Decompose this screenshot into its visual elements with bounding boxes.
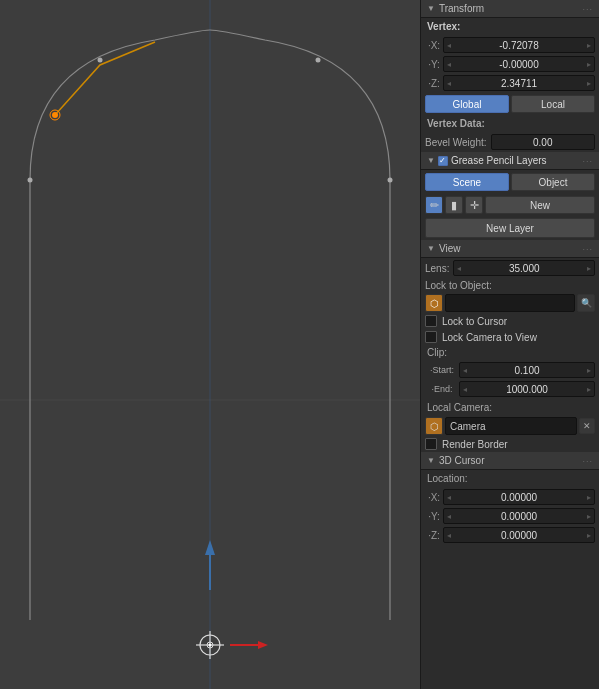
clip-label: Clip:: [421, 345, 599, 360]
cursor-3d-options: ···: [582, 456, 593, 466]
lens-right-arrow: ▸: [587, 264, 591, 273]
gp-toolbar-row: ✏ ▮ ✛ New: [421, 194, 599, 216]
cursor-z-row: ·Z: ◂ 0.00000 ▸: [425, 526, 595, 544]
bevel-label: Bevel Weight:: [425, 137, 487, 148]
lock-camera-label: Lock Camera to View: [442, 332, 537, 343]
y-value: -0.00000: [499, 59, 538, 70]
svg-point-17: [388, 178, 393, 183]
x-value-field[interactable]: ◂ -0.72078 ▸: [443, 37, 595, 53]
grease-pencil-options: ···: [582, 156, 593, 166]
render-border-label: Render Border: [442, 439, 508, 450]
cursor-3d-title: 3D Cursor: [439, 455, 485, 466]
lock-object-row: Lock to Object:: [421, 278, 599, 293]
cursor-x-value: 0.00000: [501, 492, 537, 503]
grease-pencil-checkbox[interactable]: ✓: [438, 156, 448, 166]
scene-button[interactable]: Scene: [425, 173, 509, 191]
cursor-x-right-arrow: ▸: [587, 493, 591, 502]
new-layer-button[interactable]: New Layer: [425, 218, 595, 238]
y-row: ·Y: ◂ -0.00000 ▸: [425, 55, 595, 73]
start-label: ·Start:: [425, 365, 459, 375]
grease-pencil-triangle: ▼: [427, 156, 435, 165]
start-value: 0.100: [514, 365, 539, 376]
lens-field[interactable]: ◂ 35.000 ▸: [453, 260, 595, 276]
add-icon-btn[interactable]: ✛: [465, 196, 483, 214]
scene-object-row: Scene Object: [421, 170, 599, 194]
cursor-3d-triangle: ▼: [427, 456, 435, 465]
end-value-field[interactable]: ◂ 1000.000 ▸: [459, 381, 595, 397]
y-value-field[interactable]: ◂ -0.00000 ▸: [443, 56, 595, 72]
svg-point-3: [52, 112, 58, 118]
x-axis-label: ·X:: [425, 40, 443, 51]
object-field-row: ⬡ 🔍: [425, 294, 595, 312]
cursor-z-right-arrow: ▸: [587, 531, 591, 540]
start-value-field[interactable]: ◂ 0.100 ▸: [459, 362, 595, 378]
lens-row: Lens: ◂ 35.000 ▸: [421, 258, 599, 278]
lock-camera-row[interactable]: Lock Camera to View: [421, 329, 599, 345]
browse-button[interactable]: 🔍: [577, 294, 595, 312]
end-label: ·End:: [425, 384, 459, 394]
end-row: ·End: ◂ 1000.000 ▸: [425, 380, 595, 398]
cursor-x-label: ·X:: [425, 492, 443, 503]
transform-header[interactable]: ▼ Transform ···: [421, 0, 599, 18]
cursor-z-field[interactable]: ◂ 0.00000 ▸: [443, 527, 595, 543]
cursor-x-field[interactable]: ◂ 0.00000 ▸: [443, 489, 595, 505]
cursor-3d-header[interactable]: ▼ 3D Cursor ···: [421, 452, 599, 470]
local-camera-label: Local Camera:: [421, 399, 599, 416]
lock-camera-checkbox[interactable]: [425, 331, 437, 343]
y-axis-label: ·Y:: [425, 59, 443, 70]
viewport[interactable]: [0, 0, 420, 689]
z-axis-label: ·Z:: [425, 78, 443, 89]
z-row: ·Z: ◂ 2.34711 ▸: [425, 74, 595, 92]
new-button[interactable]: New: [485, 196, 595, 214]
vertex-data-label: Vertex Data:: [421, 115, 599, 132]
bevel-value: 0.00: [533, 137, 552, 148]
camera-row: ⬡ Camera ✕: [425, 417, 595, 435]
start-row: ·Start: ◂ 0.100 ▸: [425, 361, 595, 379]
z-value: 2.34711: [501, 78, 537, 89]
end-value: 1000.000: [506, 384, 548, 395]
start-left-arrow: ◂: [463, 366, 467, 375]
object-icon: ⬡: [425, 294, 443, 312]
local-button[interactable]: Local: [511, 95, 595, 113]
object-input[interactable]: [445, 294, 575, 312]
properties-panel: ▼ Transform ··· Vertex: ·X: ◂ -0.72078 ▸…: [420, 0, 599, 689]
end-left-arrow: ◂: [463, 385, 467, 394]
lock-cursor-row[interactable]: Lock to Cursor: [421, 313, 599, 329]
grease-pencil-header[interactable]: ▼ ✓ Grease Pencil Layers ···: [421, 152, 599, 170]
svg-point-16: [28, 178, 33, 183]
y-right-arrow: ▸: [587, 60, 591, 69]
global-button[interactable]: Global: [425, 95, 509, 113]
render-border-row[interactable]: Render Border: [421, 436, 599, 452]
lock-cursor-checkbox[interactable]: [425, 315, 437, 327]
bevel-value-field[interactable]: 0.00: [491, 134, 595, 150]
svg-point-11: [209, 644, 212, 647]
grease-pencil-title: Grease Pencil Layers: [451, 155, 547, 166]
pencil-icon-btn[interactable]: ✏: [425, 196, 443, 214]
fill-icon-btn[interactable]: ▮: [445, 196, 463, 214]
view-title: View: [439, 243, 461, 254]
transform-title: Transform: [439, 3, 484, 14]
cursor-z-left-arrow: ◂: [447, 531, 451, 540]
cursor-y-field[interactable]: ◂ 0.00000 ▸: [443, 508, 595, 524]
lens-left-arrow: ◂: [457, 264, 461, 273]
lens-label: Lens:: [425, 263, 449, 274]
view-header[interactable]: ▼ View ···: [421, 240, 599, 258]
lock-cursor-label: Lock to Cursor: [442, 316, 507, 327]
z-value-field[interactable]: ◂ 2.34711 ▸: [443, 75, 595, 91]
y-left-arrow: ◂: [447, 60, 451, 69]
cursor-x-left-arrow: ◂: [447, 493, 451, 502]
object-button[interactable]: Object: [511, 173, 595, 191]
transform-options: ···: [582, 4, 593, 14]
lock-object-label: Lock to Object:: [425, 280, 492, 291]
lens-value: 35.000: [509, 263, 540, 274]
start-right-arrow: ▸: [587, 366, 591, 375]
camera-close-button[interactable]: ✕: [579, 418, 595, 434]
cursor-z-label: ·Z:: [425, 530, 443, 541]
transform-collapse-icon: ▼: [427, 4, 435, 13]
render-border-checkbox[interactable]: [425, 438, 437, 450]
end-right-arrow: ▸: [587, 385, 591, 394]
cursor-x-row: ·X: ◂ 0.00000 ▸: [425, 488, 595, 506]
x-row: ·X: ◂ -0.72078 ▸: [425, 36, 595, 54]
camera-field[interactable]: Camera: [445, 417, 577, 435]
cursor-y-left-arrow: ◂: [447, 512, 451, 521]
